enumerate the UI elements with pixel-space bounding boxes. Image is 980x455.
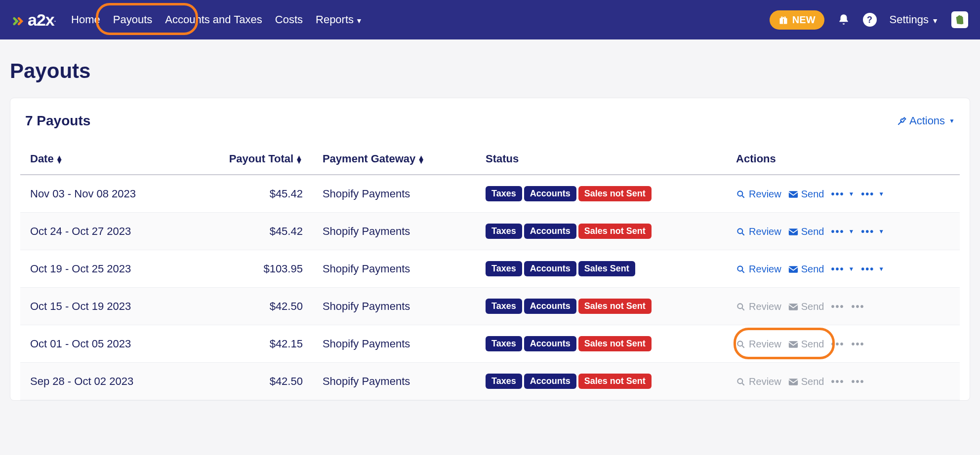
cell-actions: ReviewSend•••▼•••▼: [726, 175, 960, 213]
new-button[interactable]: NEW: [770, 10, 824, 30]
table-row: Nov 03 - Nov 08 2023$45.42Shopify Paymen…: [20, 175, 960, 213]
chevron-down-icon: ▼: [848, 265, 854, 272]
send-button[interactable]: Send: [788, 189, 824, 200]
cell-date: Sep 28 - Oct 02 2023: [20, 363, 188, 400]
cell-actions: ReviewSend••••••: [726, 325, 960, 363]
sort-icon: ▲▼: [295, 155, 303, 163]
more-menu-2[interactable]: •••: [851, 301, 864, 312]
dots-icon: •••: [861, 226, 874, 237]
chevron-down-icon: ▼: [848, 190, 854, 197]
cell-date: Oct 19 - Oct 25 2023: [20, 250, 188, 288]
search-icon: [736, 339, 746, 350]
col-total[interactable]: Payout Total▲▼: [188, 144, 313, 175]
cell-total: $42.15: [188, 325, 313, 363]
nav-accounts-taxes[interactable]: Accounts and Taxes: [165, 13, 262, 26]
status-badge-taxes: Taxes: [486, 374, 522, 389]
review-button[interactable]: Review: [736, 264, 781, 275]
table-row: Oct 19 - Oct 25 2023$103.95Shopify Payme…: [20, 250, 960, 288]
review-button[interactable]: Review: [736, 376, 781, 387]
svg-point-3: [737, 191, 742, 196]
shopify-icon[interactable]: [951, 11, 968, 28]
status-badge-taxes: Taxes: [486, 186, 522, 201]
page-title: Payouts: [0, 39, 980, 93]
payouts-count: 7 Payouts: [25, 113, 90, 129]
search-icon: [736, 264, 746, 275]
status-badge-sales-not-sent: Sales not Sent: [578, 336, 652, 351]
send-button[interactable]: Send: [788, 301, 824, 312]
chevron-down-icon: ▼: [878, 190, 884, 197]
cell-status: TaxesAccountsSales not Sent: [476, 325, 726, 363]
dots-icon: •••: [861, 189, 874, 200]
review-button[interactable]: Review: [736, 339, 781, 350]
svg-point-11: [737, 341, 742, 346]
table-row: Oct 24 - Oct 27 2023$45.42Shopify Paymen…: [20, 213, 960, 250]
help-icon[interactable]: ?: [863, 13, 877, 27]
status-badge-taxes: Taxes: [486, 261, 522, 276]
dots-icon: •••: [851, 376, 864, 387]
svg-point-9: [737, 304, 742, 309]
chevron-down-icon: ▼: [878, 265, 884, 272]
cell-status: TaxesAccountsSales Sent: [476, 250, 726, 288]
more-menu-1[interactable]: •••: [831, 376, 844, 387]
nav-reports[interactable]: Reports▼: [316, 13, 363, 26]
more-menu-2[interactable]: •••▼: [861, 226, 884, 237]
send-button[interactable]: Send: [788, 339, 824, 350]
chevron-down-icon: ▼: [356, 17, 363, 25]
cell-date: Oct 01 - Oct 05 2023: [20, 325, 188, 363]
envelope-icon: [788, 339, 798, 350]
payouts-table: Date▲▼ Payout Total▲▼ Payment Gateway▲▼ …: [20, 144, 960, 400]
col-actions: Actions: [726, 144, 960, 175]
cell-total: $45.42: [188, 175, 313, 213]
send-button[interactable]: Send: [788, 226, 824, 237]
table-row: Oct 15 - Oct 19 2023$42.50Shopify Paymen…: [20, 288, 960, 325]
cell-gateway: Shopify Payments: [313, 213, 476, 250]
dots-icon: •••: [851, 339, 864, 350]
brand-text: a2x: [28, 10, 54, 30]
review-button[interactable]: Review: [736, 189, 781, 200]
actions-dropdown[interactable]: Actions ▼: [897, 114, 955, 127]
more-menu-1[interactable]: •••▼: [831, 264, 854, 275]
nav-costs[interactable]: Costs: [275, 13, 303, 26]
more-menu-2[interactable]: •••▼: [861, 189, 884, 200]
more-menu-1[interactable]: •••▼: [831, 189, 854, 200]
envelope-icon: [788, 301, 798, 312]
wrench-icon: [897, 114, 906, 127]
chevron-down-icon: ▼: [878, 228, 884, 235]
col-date[interactable]: Date▲▼: [20, 144, 188, 175]
more-menu-1[interactable]: •••▼: [831, 226, 854, 237]
nav-settings[interactable]: Settings ▼: [890, 13, 939, 26]
chevron-down-icon: ▼: [848, 228, 854, 235]
status-badge-sales-not-sent: Sales not Sent: [578, 224, 652, 239]
send-button[interactable]: Send: [788, 376, 824, 387]
cell-gateway: Shopify Payments: [313, 175, 476, 213]
search-icon: [736, 226, 746, 237]
sort-icon: ▲▼: [417, 155, 425, 163]
send-button[interactable]: Send: [788, 264, 824, 275]
dots-icon: •••: [831, 301, 844, 312]
dots-icon: •••: [831, 264, 844, 275]
review-button[interactable]: Review: [736, 301, 781, 312]
dots-icon: •••: [861, 264, 874, 275]
brand-logo[interactable]: a2x.: [12, 10, 55, 30]
nav-payouts[interactable]: Payouts: [113, 13, 153, 26]
search-icon: [736, 189, 746, 200]
col-gateway[interactable]: Payment Gateway▲▼: [313, 144, 476, 175]
cell-total: $42.50: [188, 363, 313, 400]
review-button[interactable]: Review: [736, 226, 781, 237]
more-menu-2[interactable]: •••: [851, 376, 864, 387]
cell-gateway: Shopify Payments: [313, 288, 476, 325]
cell-status: TaxesAccountsSales not Sent: [476, 288, 726, 325]
more-menu-2[interactable]: •••: [851, 339, 864, 350]
status-badge-accounts: Accounts: [524, 186, 576, 201]
bell-icon[interactable]: [837, 13, 850, 26]
cell-date: Nov 03 - Nov 08 2023: [20, 175, 188, 213]
svg-rect-6: [789, 229, 798, 235]
more-menu-1[interactable]: •••: [831, 339, 844, 350]
status-badge-accounts: Accounts: [524, 336, 576, 351]
cell-date: Oct 15 - Oct 19 2023: [20, 288, 188, 325]
more-menu-1[interactable]: •••: [831, 301, 844, 312]
nav-home[interactable]: Home: [71, 13, 100, 26]
status-badge-accounts: Accounts: [524, 374, 576, 389]
more-menu-2[interactable]: •••▼: [861, 264, 884, 275]
dots-icon: •••: [851, 301, 864, 312]
